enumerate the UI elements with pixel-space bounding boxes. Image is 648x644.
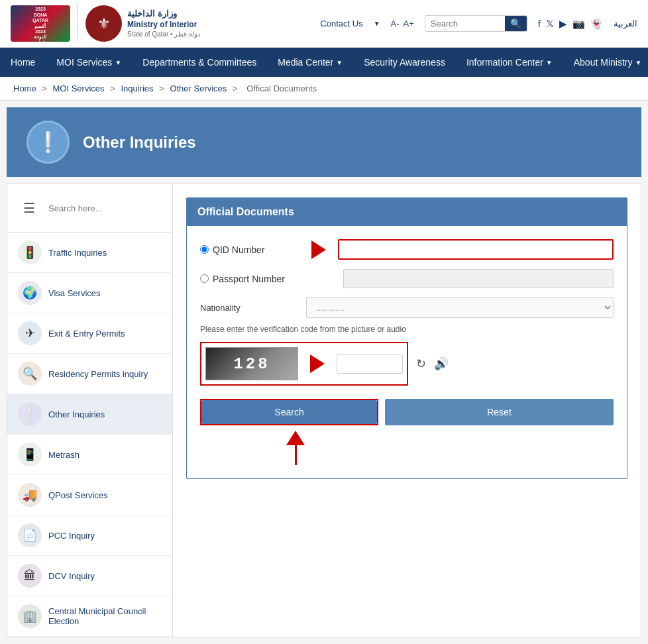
font-decrease-button[interactable]: A- [391,19,400,28]
up-arrow-indicator [286,431,305,465]
captcha-input[interactable] [337,354,403,374]
captcha-image: 128 [205,347,298,380]
contact-us-arrow: ▼ [374,20,380,27]
nationality-label-text: Nationality [200,303,299,313]
sidebar-item-residency[interactable]: 🔍 Residency Permits inquiry [7,354,172,394]
expo-badge: EXPO2023DOHAQATARأكسبو2023الدوحةقطر [11,5,70,42]
arabic-language-link[interactable]: العربية [614,19,637,28]
nav-departments[interactable]: Departments & Committees [132,48,267,77]
official-docs-title: Official Documents [187,198,627,226]
main-content: ☰ 🚦 Traffic Inquiries 🌍 Visa Services ✈ … [7,184,641,637]
passport-label-text: Passport Number [213,274,285,284]
banner-icon-circle: ❕ [27,121,70,164]
sidebar-label-metrash: Metrash [48,450,80,460]
sidebar-item-exit-entry[interactable]: ✈ Exit & Entry Permits [7,313,172,354]
breadcrumb: Home > MOI Services > Inquiries > Other … [0,77,648,101]
nav-home[interactable]: Home [0,48,46,77]
sidebar-label-qpost: QPost Services [48,490,108,500]
breadcrumb-inquiries[interactable]: Inquiries [121,83,153,93]
main-nav: Home MOI Services ▼ Departments & Commit… [0,48,648,77]
sidebar-item-pcc[interactable]: 📄 PCC Inquiry [7,515,172,556]
search-button[interactable]: Search [201,400,377,424]
breadcrumb-other-services[interactable]: Other Services [170,83,227,93]
sidebar-search-area: ☰ [7,184,172,233]
metrash-icon: 📱 [18,443,42,466]
header-right: Contact Us ▼ A- A+ 🔍 f 𝕏 ▶ 📷 👻 العربية [320,15,637,32]
breadcrumb-moi[interactable]: MOI Services [53,83,105,93]
sidebar-search-input[interactable] [48,203,164,213]
header-search-wrap: 🔍 [425,15,527,32]
sidebar-item-council[interactable]: 🏢 Central Municipal Council Election [7,596,172,637]
sidebar-label-residency: Residency Permits inquiry [48,369,148,379]
breadcrumb-sep3: > [159,83,166,93]
search-arrow-container [200,431,614,465]
facebook-icon[interactable]: f [538,18,541,29]
nav-about-ministry[interactable]: About Ministry ▼ [563,48,648,77]
passport-row: Passport Number [200,269,614,288]
sidebar-item-other-inquiries[interactable]: ❕ Other Inquiries [7,394,172,435]
info-center-arrow: ▼ [546,59,553,66]
nav-security[interactable]: Security Awareness [353,48,456,77]
sidebar-label-council: Central Municipal Council Election [48,606,162,626]
sidebar: ☰ 🚦 Traffic Inquiries 🌍 Visa Services ✈ … [7,184,173,637]
sidebar-item-dcv[interactable]: 🏛 DCV Inquiry [7,556,172,596]
sidebar-item-traffic[interactable]: 🚦 Traffic Inquiries [7,233,172,273]
qid-row: QID Number [200,239,614,260]
snapchat-icon[interactable]: 👻 [590,18,603,30]
pcc-icon: 📄 [18,523,42,547]
instagram-icon[interactable]: 📷 [572,18,585,30]
traffic-icon: 🚦 [18,241,42,264]
sidebar-label-dcv: DCV Inquiry [48,571,95,581]
reset-button[interactable]: Reset [385,399,614,425]
button-section: Search Reset [200,399,614,465]
nav-moi-services[interactable]: MOI Services ▼ [46,48,132,77]
sidebar-item-visa[interactable]: 🌍 Visa Services [7,273,172,313]
sidebar-item-metrash[interactable]: 📱 Metrash [7,435,172,475]
captcha-box: 128 [200,342,408,386]
logo-area: EXPO2023DOHAQATARأكسبو2023الدوحةقطر ⚜ وز… [11,5,200,42]
moi-services-arrow: ▼ [115,59,121,66]
nationality-select[interactable]: ............ [306,297,614,318]
breadcrumb-sep1: > [42,83,49,93]
breadcrumb-home[interactable]: Home [13,83,36,93]
up-arrow-stem [295,445,297,465]
banner-title: Other Inquiries [83,133,196,152]
right-panel: Official Documents QID Number Passport N… [173,184,641,637]
exit-icon: ✈ [18,321,42,345]
hamburger-icon[interactable]: ☰ [15,192,43,224]
visa-icon: 🌍 [18,281,42,305]
breadcrumb-sep2: > [110,83,117,93]
breadcrumb-official-docs: Offical Documents [246,83,317,93]
qid-input[interactable] [338,239,614,260]
captcha-refresh-button[interactable]: ↻ [416,356,426,371]
contact-us-link[interactable]: Contact Us [320,19,362,28]
page-banner: ❕ Other Inquiries [7,107,641,177]
sidebar-item-qpost[interactable]: 🚚 QPost Services [7,475,172,515]
passport-input[interactable] [343,269,614,288]
header-search-input[interactable] [425,16,505,31]
captcha-audio-button[interactable]: 🔊 [434,356,449,371]
ministry-emblem: ⚜ [85,5,122,42]
ministry-logo: ⚜ وزارة الداخلية Ministry of Interior St… [77,5,200,42]
official-docs-body: QID Number Passport Number Nationality [187,226,627,478]
sidebar-label-exit: Exit & Entry Permits [48,329,125,339]
font-size-controls: A- A+ [391,19,414,28]
nav-information-center[interactable]: Information Center ▼ [456,48,563,77]
captcha-code: 128 [233,355,270,373]
passport-radio[interactable] [200,274,209,283]
passport-radio-label[interactable]: Passport Number [200,274,299,284]
font-increase-button[interactable]: A+ [404,19,414,28]
about-ministry-arrow: ▼ [635,59,641,66]
up-arrow-shape [286,431,305,445]
header-search-button[interactable]: 🔍 [505,16,527,31]
qid-label-text: QID Number [213,244,265,255]
youtube-icon[interactable]: ▶ [559,18,567,30]
nav-media-center[interactable]: Media Center ▼ [267,48,353,77]
captcha-row: 128 ↻ 🔊 [200,342,614,386]
twitter-icon[interactable]: 𝕏 [546,18,554,30]
nationality-row: Nationality ............ [200,297,614,318]
qid-radio-label[interactable]: QID Number [200,244,299,255]
ministry-subtitle: State of Qatar • دولة قطر [127,30,200,38]
dcv-icon: 🏛 [18,564,42,588]
qid-radio[interactable] [200,245,209,254]
